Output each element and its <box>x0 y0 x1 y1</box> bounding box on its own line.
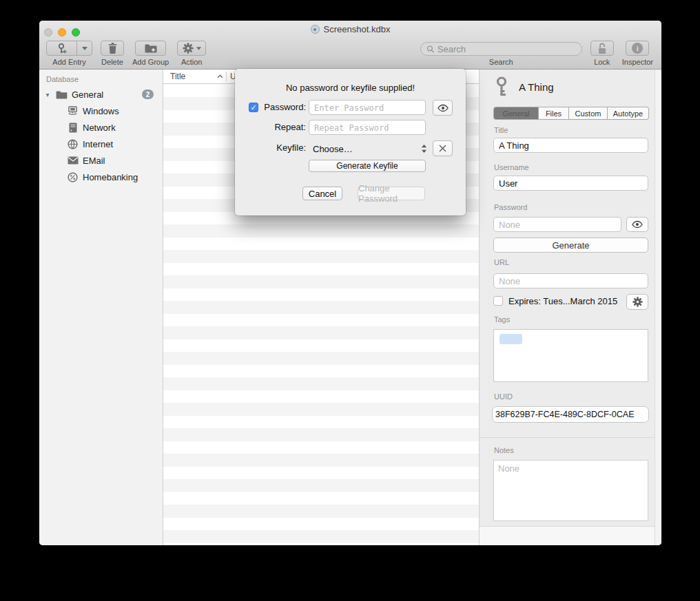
sort-ascending-icon <box>217 74 223 78</box>
search-icon <box>426 45 435 54</box>
add-entry-dropdown-arrow-icon[interactable] <box>77 41 92 55</box>
sidebar: Database ▾ General 2 Windows Network <box>39 70 163 545</box>
tab-files[interactable]: Files <box>539 107 569 120</box>
window-header: Screenshot.kdbx Add Entry <box>39 21 661 70</box>
sheet-reveal-password-button[interactable] <box>433 100 453 116</box>
folder-icon <box>56 89 68 101</box>
trash-icon <box>108 43 117 54</box>
inspector-footer <box>480 526 661 545</box>
generate-keyfile-button[interactable]: Generate Keyfile <box>309 160 426 172</box>
info-icon: i <box>632 43 643 54</box>
cancel-button[interactable]: Cancel <box>302 187 342 200</box>
notes-label: Notes <box>494 446 514 454</box>
expires-settings-button[interactable] <box>626 294 648 310</box>
change-password-sheet: No password or keyfile supplied! ✓ Passw… <box>235 69 466 215</box>
envelope-icon <box>67 155 79 167</box>
sheet-message: No password or keyfile supplied! <box>235 83 466 93</box>
add-group-button[interactable] <box>135 41 166 56</box>
title-field[interactable] <box>493 138 648 153</box>
eye-icon <box>437 104 449 112</box>
titlebar[interactable]: Screenshot.kdbx <box>39 21 661 39</box>
expires-checkbox[interactable] <box>493 296 503 306</box>
sidebar-item-windows[interactable]: Windows <box>39 103 163 119</box>
entry-count-badge: 2 <box>142 89 154 99</box>
username-field-label: Username <box>494 163 529 171</box>
inspector-button[interactable]: i <box>626 41 649 56</box>
expires-label: Expires: Tues...March 2015 <box>508 296 617 306</box>
add-entry-label: Add Entry <box>52 58 85 66</box>
inspector-tabs: General Files Custom Autotype <box>493 107 649 120</box>
inspector-scrollbar[interactable] <box>655 70 661 545</box>
tab-custom[interactable]: Custom <box>569 107 608 120</box>
sheet-repeat-input[interactable] <box>309 120 426 135</box>
add-group-label: Add Group <box>132 58 169 66</box>
action-label: Action <box>181 58 203 66</box>
sidebar-item-label: Homebanking <box>83 172 138 182</box>
username-field[interactable] <box>493 176 648 191</box>
sheet-keyfile-label: Keyfile: <box>247 141 306 155</box>
chevron-down-icon <box>196 47 201 50</box>
sheet-repeat-label: Repeat: <box>247 120 306 135</box>
notes-field[interactable] <box>493 460 648 521</box>
tab-general[interactable]: General <box>493 107 539 120</box>
column-header-title[interactable]: Title <box>163 72 217 81</box>
title-field-label: Title <box>494 126 508 134</box>
uuid-label: UUID <box>494 392 513 401</box>
lock-label: Lock <box>594 58 610 66</box>
lock-button[interactable] <box>590 41 614 56</box>
server-icon <box>67 122 79 134</box>
percent-circle-icon <box>67 171 79 183</box>
toolbar: Add Entry Delete Add Group <box>39 39 661 70</box>
disclosure-triangle-icon[interactable]: ▾ <box>42 91 53 98</box>
sheet-password-label: Password: <box>247 100 306 115</box>
gear-icon <box>632 297 643 307</box>
clear-keyfile-button[interactable] <box>433 140 453 156</box>
tag-chip[interactable] <box>500 334 522 344</box>
sidebar-item-network[interactable]: Network <box>39 119 163 136</box>
inspector-label: Inspector <box>622 58 653 66</box>
windows-network-icon <box>67 105 79 117</box>
globe-icon <box>67 138 79 150</box>
url-field-label: URL <box>494 258 509 266</box>
sidebar-item-label: General <box>72 89 103 100</box>
key-icon <box>495 76 508 99</box>
tags-label: Tags <box>494 315 510 324</box>
search-label: Search <box>489 58 513 66</box>
gear-icon <box>183 43 194 54</box>
eye-icon <box>631 220 644 229</box>
search-field[interactable] <box>420 42 582 56</box>
sheet-password-input[interactable] <box>309 100 426 115</box>
column-divider[interactable] <box>226 72 227 81</box>
delete-label: Delete <box>101 58 123 66</box>
add-entry-button[interactable] <box>46 41 92 56</box>
tags-box[interactable] <box>493 329 648 382</box>
generate-password-button[interactable]: Generate <box>493 238 648 253</box>
sidebar-item-label: Internet <box>83 139 113 149</box>
password-field[interactable] <box>493 217 621 232</box>
delete-button[interactable] <box>101 41 124 56</box>
sidebar-item-general[interactable]: ▾ General 2 <box>39 86 163 103</box>
password-field-label: Password <box>494 203 527 211</box>
stepper-icon <box>421 144 427 154</box>
notes-divider <box>480 437 661 438</box>
reveal-password-button[interactable] <box>626 217 648 232</box>
folder-plus-icon <box>145 43 157 53</box>
change-password-button[interactable]: Change Password <box>358 187 425 200</box>
action-button[interactable] <box>177 41 206 56</box>
window-title: Screenshot.kdbx <box>324 24 391 34</box>
sidebar-section-header: Database <box>39 74 163 86</box>
keyfile-popup-button[interactable]: Choose… <box>309 142 427 156</box>
sidebar-item-internet[interactable]: Internet <box>39 136 163 152</box>
search-input[interactable] <box>438 44 576 54</box>
document-icon <box>311 25 320 34</box>
inspector-panel: A Thing General Files Custom Autotype Ti… <box>479 70 661 545</box>
close-x-icon <box>439 145 446 152</box>
sidebar-item-email[interactable]: EMail <box>39 152 163 169</box>
url-field[interactable] <box>493 273 648 288</box>
uuid-field[interactable] <box>492 406 649 423</box>
inspector-entry-title: A Thing <box>519 81 554 93</box>
keyfile-popup-value: Choose… <box>309 144 353 154</box>
sidebar-item-homebanking[interactable]: Homebanking <box>39 169 163 185</box>
sidebar-item-label: Windows <box>83 106 119 116</box>
tab-autotype[interactable]: Autotype <box>608 107 649 120</box>
